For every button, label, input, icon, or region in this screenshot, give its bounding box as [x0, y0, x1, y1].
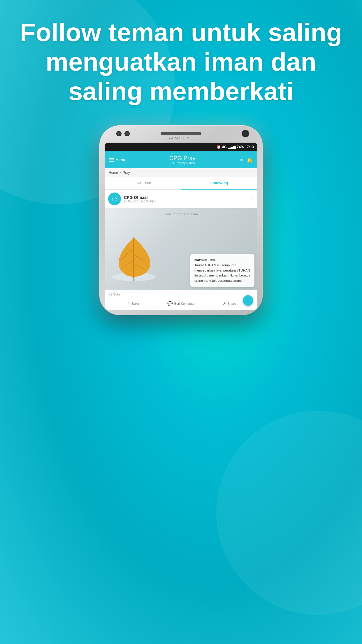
menu-label: MENU — [116, 158, 125, 162]
hamburger-line-3 — [109, 161, 114, 162]
avatar-bot-text: Pray — [113, 199, 117, 201]
post-meta: CPG Official 25 Nov 2016 (16:29 PM) — [124, 195, 246, 203]
post-image: www.cpgmobile.com — [105, 208, 257, 290]
mail-icon[interactable]: ✉ — [240, 157, 243, 163]
fab-icon: + — [246, 297, 250, 303]
scripture-body: Taurat TUHAN itu sempurna, menyegarkan j… — [194, 263, 250, 282]
header-actions: ✉ 🔔 — [240, 157, 253, 163]
hamburger-icon — [109, 158, 114, 162]
post-menu-icon[interactable]: ⋮ — [249, 196, 254, 202]
bell-icon[interactable]: 🔔 — [247, 157, 253, 163]
leaf-illustration — [110, 232, 157, 281]
headline-text: Follow teman untuk saling menguatkan ima… — [17, 18, 345, 106]
camera-dot-1 — [116, 131, 122, 136]
comment-icon: 💬 — [167, 301, 173, 306]
status-icons: ⏰ 4G ▂▄▆ 74% 17:13 — [217, 145, 254, 149]
status-network: 4G — [222, 145, 227, 149]
action-buttons: ♡ Suka 💬 Beri Komentar ↗ Share — [109, 298, 253, 307]
breadcrumb-separator: › — [120, 171, 121, 175]
app-title: CPG Pray — [169, 155, 196, 162]
like-icon: ♡ — [126, 301, 130, 306]
fab-button[interactable]: + — [243, 295, 253, 306]
headline-block: Follow teman untuk saling menguatkan ima… — [0, 18, 362, 106]
phone-outer-shell: SAMSUNG ⏰ 4G ▂▄▆ 74% 17:13 — [99, 125, 263, 315]
status-battery: 74% — [237, 145, 244, 149]
breadcrumb-home[interactable]: Home — [109, 171, 118, 175]
post-actions: 29 Suka ♡ Suka 💬 Beri Komentar ↗ Share — [105, 290, 257, 310]
status-signal: ▂▄▆ — [228, 145, 236, 149]
post-author: CPG Official — [124, 195, 246, 200]
avatar-top-text: CPG — [112, 197, 117, 199]
tab-live-feed[interactable]: Live Feed — [105, 177, 181, 190]
like-label: Suka — [132, 302, 139, 305]
post-watermark: www.cpgmobile.com — [164, 212, 198, 216]
like-button[interactable]: ♡ Suka — [109, 300, 157, 307]
app-title-block: CPG Pray The Praying Nation — [169, 155, 196, 165]
app-header: MENU CPG Pray The Praying Nation ✉ 🔔 — [105, 151, 257, 168]
tab-following[interactable]: Following — [181, 177, 257, 190]
share-icon: ↗ — [222, 301, 226, 306]
scripture-card: Mazmur 19:8 Taurat TUHAN itu sempurna, m… — [190, 254, 254, 287]
status-time: 17:13 — [245, 145, 254, 149]
samsung-brand: SAMSUNG — [105, 135, 257, 143]
comment-button[interactable]: 💬 Beri Komentar — [157, 300, 205, 307]
hamburger-line-1 — [109, 158, 114, 159]
app-subtitle: The Praying Nation — [169, 162, 196, 165]
front-camera — [242, 130, 249, 137]
scripture-ref: Mazmur 19:8 — [194, 258, 215, 262]
status-alarm: ⏰ — [217, 145, 221, 149]
phone-cameras — [116, 131, 130, 136]
phone-mockup: SAMSUNG ⏰ 4G ▂▄▆ 74% 17:13 — [99, 125, 263, 315]
likes-count: 29 Suka — [109, 293, 253, 298]
menu-button[interactable]: MENU — [109, 158, 125, 162]
breadcrumb: Home › Pray — [105, 168, 257, 177]
breadcrumb-current: Pray — [123, 171, 130, 175]
share-label: Share — [228, 302, 236, 305]
tabs-bar: Live Feed Following — [105, 177, 257, 190]
avatar: CPG Pray — [108, 192, 121, 205]
post-header: CPG Pray CPG Official 25 Nov 2016 (16:29… — [105, 190, 257, 208]
phone-screen: ⏰ 4G ▂▄▆ 74% 17:13 MENU — [105, 143, 257, 310]
phone-top-hardware — [105, 131, 257, 135]
status-bar: ⏰ 4G ▂▄▆ 74% 17:13 — [105, 143, 257, 151]
scripture-text: Mazmur 19:8 Taurat TUHAN itu sempurna, m… — [194, 258, 250, 284]
speaker-grille — [161, 132, 201, 135]
post-date: 25 Nov 2016 (16:29 PM) — [124, 200, 246, 203]
hamburger-line-2 — [109, 160, 114, 160]
comment-label: Beri Komentar — [174, 302, 195, 305]
leaf-svg — [110, 232, 157, 281]
camera-dot-2 — [124, 131, 130, 136]
